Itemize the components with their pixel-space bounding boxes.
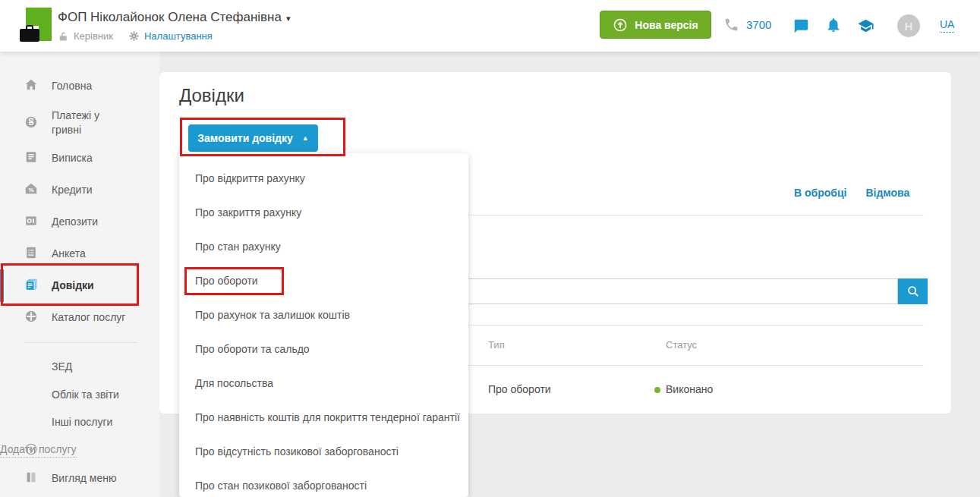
page-title: Довідки xyxy=(179,85,244,106)
sidebar-add-service[interactable]: Додати послугу xyxy=(0,442,159,456)
menu-view-label: Вигляд меню xyxy=(52,471,116,486)
sidebar-item-label: Виписка xyxy=(52,151,93,165)
plus-circle-icon xyxy=(24,442,38,456)
active-item-indicator xyxy=(0,269,4,302)
order-certificate-button[interactable]: Замовити довідку ▲ xyxy=(188,124,318,152)
lock-icon xyxy=(58,30,69,42)
dropdown-item-tender-guarantee-funds[interactable]: Про наявність коштів для покриття тендер… xyxy=(179,401,468,435)
company-selector[interactable]: ФОП Ніколайонок Олена Стефанівна▾ xyxy=(58,10,291,25)
dropdown-item-account-opening[interactable]: Про відкриття рахунку xyxy=(179,162,468,196)
role-label: Керівник xyxy=(74,30,113,42)
order-button-label: Замовити довідку xyxy=(197,132,292,144)
new-version-button[interactable]: Нова версія xyxy=(600,11,711,39)
phone-number: 3700 xyxy=(746,18,771,31)
avatar[interactable]: Н xyxy=(897,14,920,37)
credits-icon: % xyxy=(24,182,38,196)
dropdown-item-turnovers[interactable]: Про обороти xyxy=(179,264,468,298)
header-subrow: Керівник Налаштування xyxy=(58,29,213,42)
deposits-icon xyxy=(24,214,38,228)
certificates-icon xyxy=(24,278,38,291)
search-button[interactable] xyxy=(898,278,928,304)
services-catalog-icon xyxy=(24,310,38,323)
dropdown-item-for-embassy[interactable]: Для посольства xyxy=(179,366,468,401)
support-phone[interactable]: 3700 xyxy=(723,17,771,33)
sidebar-item-other-services[interactable]: Інші послуги xyxy=(52,416,112,428)
table-row-type[interactable]: Про обороти xyxy=(488,383,551,395)
search-icon xyxy=(906,285,920,298)
dropdown-item-account-and-balance[interactable]: Про рахунок та залишок коштів xyxy=(179,298,468,332)
home-icon xyxy=(24,78,38,92)
language-selector[interactable]: UA xyxy=(940,18,954,33)
chat-icon[interactable] xyxy=(793,18,809,34)
menu-layout-icon xyxy=(24,470,38,484)
hryvnia-payments-icon xyxy=(24,115,38,129)
sidebar: Головна Платежі у гривні Виписка % Креди… xyxy=(0,52,159,497)
dropdown-item-loan-debt-state[interactable]: Про стан позикової заборгованості xyxy=(179,469,468,497)
sidebar-item-accounting-reports[interactable]: Облік та звіти xyxy=(52,388,119,401)
status-dot xyxy=(654,387,660,393)
dropdown-item-turnovers-and-saldo[interactable]: Про обороти та сальдо xyxy=(179,332,468,366)
sidebar-divider xyxy=(24,342,137,343)
avatar-initial: Н xyxy=(905,20,913,33)
sidebar-item-label: Довідки xyxy=(52,278,94,293)
dropdown-item-account-state[interactable]: Про стан рахунку xyxy=(179,230,468,264)
tab-in-progress[interactable]: В обробці xyxy=(794,187,846,199)
certificate-types-dropdown: Про відкриття рахунку Про закриття рахун… xyxy=(179,153,468,497)
sidebar-item-label: Головна xyxy=(52,79,92,93)
settings-link[interactable]: Налаштування xyxy=(144,30,213,42)
table-row-status: Виконано xyxy=(666,383,713,395)
gear-icon xyxy=(128,30,140,42)
sidebar-item-label: Депозити xyxy=(52,215,98,229)
app-root: ФОП Ніколайонок Олена Стефанівна▾ Керівн… xyxy=(0,0,980,497)
column-header-type: Тип xyxy=(488,339,505,351)
sidebar-item-zed[interactable]: ЗЕД xyxy=(52,360,72,373)
company-name: ФОП Ніколайонок Олена Стефанівна xyxy=(58,10,282,24)
new-version-label: Нова версія xyxy=(635,19,698,31)
sidebar-item-label: Платежі у гривні xyxy=(52,109,112,137)
upgrade-circle-arrow-icon xyxy=(613,17,628,33)
dropdown-item-no-loan-debt[interactable]: Про відсутність позикової заборгованості xyxy=(179,435,468,469)
add-service-label: Додати послугу xyxy=(0,443,77,458)
phone-icon xyxy=(723,17,739,33)
svg-text:%: % xyxy=(28,187,33,193)
sidebar-item-label: Анкета xyxy=(52,247,86,261)
bell-icon[interactable] xyxy=(825,17,842,33)
education-cap-icon[interactable] xyxy=(856,17,875,34)
briefcase-icon xyxy=(20,29,39,42)
dropdown-item-account-closing[interactable]: Про закриття рахунку xyxy=(179,196,468,230)
sidebar-item-label: Кредити xyxy=(52,183,93,197)
status-tabs: В обробці Відмова xyxy=(794,187,909,199)
chevron-up-icon: ▲ xyxy=(302,134,309,142)
top-header: ФОП Ніколайонок Олена Стефанівна▾ Керівн… xyxy=(0,0,980,52)
sidebar-item-label: Каталог послуг xyxy=(52,310,125,325)
tab-refused[interactable]: Відмова xyxy=(865,187,909,199)
chevron-down-icon: ▾ xyxy=(286,14,291,23)
bank-logo[interactable] xyxy=(20,8,52,44)
column-header-status: Статус xyxy=(666,339,697,351)
statement-icon xyxy=(24,150,38,164)
questionnaire-icon xyxy=(24,246,38,260)
